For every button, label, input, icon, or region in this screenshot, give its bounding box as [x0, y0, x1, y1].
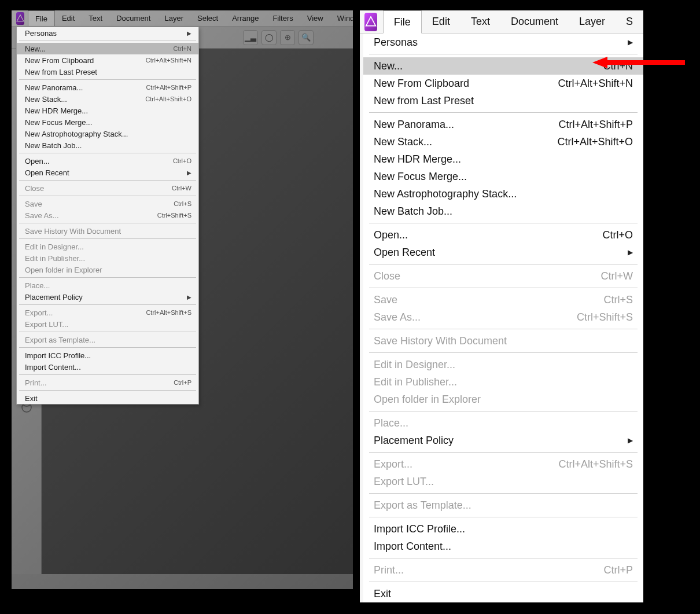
menubar-item-edit[interactable]: Edit	[55, 10, 82, 26]
menu-item-label: Place...	[374, 417, 408, 429]
menubar-item-file[interactable]: File	[383, 10, 422, 34]
menu-item-label: New HDR Merge...	[25, 106, 88, 115]
menu-item-print: Print...Ctrl+P	[17, 377, 198, 388]
menu-item-export-as-template: Export as Template...	[363, 497, 643, 514]
menu-separator	[369, 517, 638, 517]
menu-item-new-hdr-merge[interactable]: New HDR Merge...	[363, 150, 643, 168]
menu-item-exit[interactable]: Exit	[17, 392, 198, 404]
menu-item-shortcut: Ctrl+S	[174, 200, 191, 207]
menubar-item-file[interactable]: File	[28, 10, 55, 26]
menubar-item-document[interactable]: Document	[109, 10, 157, 26]
menu-item-label: Personas	[374, 36, 418, 49]
menu-item-label: Export LUT...	[374, 476, 434, 488]
menubar-item-edit[interactable]: Edit	[422, 10, 460, 33]
menu-item-edit-in-publisher: Edit in Publisher...	[363, 373, 643, 391]
menu-item-open[interactable]: Open...Ctrl+O	[363, 226, 643, 244]
menubar-item-filters[interactable]: Filters	[266, 10, 300, 26]
menubar-item-view[interactable]: View	[300, 10, 330, 26]
menu-item-shortcut: Ctrl+Alt+Shift+O	[145, 95, 191, 102]
menu-separator	[369, 582, 638, 582]
menu-item-new-batch-job[interactable]: New Batch Job...	[17, 139, 198, 151]
menubar-item-select[interactable]: Select	[190, 10, 225, 26]
menu-item-close: CloseCtrl+W	[363, 267, 643, 285]
menu-item-label: Exit	[25, 394, 38, 403]
menu-item-new[interactable]: New...Ctrl+N	[17, 43, 198, 54]
menu-item-import-icc-profile[interactable]: Import ICC Profile...	[363, 520, 643, 538]
menu-item-label: Export as Template...	[374, 499, 471, 512]
menu-separator	[19, 277, 196, 278]
menu-item-label: Close	[374, 270, 400, 282]
toolbar-histogram-icon[interactable]: ▁▃	[243, 30, 258, 45]
menu-item-place: Place...	[363, 414, 643, 432]
menubar-item-layer[interactable]: Layer	[157, 10, 190, 26]
menubar-zoom[interactable]: File Edit Text Document Layer S	[360, 10, 643, 34]
menu-item-import-content[interactable]: Import Content...	[17, 361, 198, 373]
file-menu-dropdown[interactable]: Personas▶New...Ctrl+NNew From ClipboardC…	[16, 27, 199, 405]
submenu-chevron-icon: ▶	[628, 38, 633, 46]
menubar-item-text[interactable]: Text	[82, 10, 109, 26]
menu-separator	[369, 493, 638, 494]
menu-item-placement-policy[interactable]: Placement Policy▶	[363, 432, 643, 449]
menu-item-edit-in-publisher: Edit in Publisher...	[17, 252, 198, 264]
toolbar-globe-icon[interactable]: ⊕	[280, 30, 295, 45]
menu-item-new-focus-merge[interactable]: New Focus Merge...	[17, 116, 198, 128]
menu-item-label: Personas	[25, 29, 57, 38]
menu-item-label: Print...	[374, 564, 404, 576]
file-menu-dropdown-zoom[interactable]: Personas▶New...Ctrl+NNew From ClipboardC…	[363, 34, 643, 602]
toolbar-search-icon[interactable]: 🔍	[299, 30, 314, 45]
menu-item-save: SaveCtrl+S	[17, 198, 198, 209]
submenu-chevron-icon: ▶	[187, 294, 191, 300]
menu-item-new-batch-job[interactable]: New Batch Job...	[363, 203, 643, 220]
menu-item-personas[interactable]: Personas▶	[17, 27, 198, 39]
menu-item-new-from-last-preset[interactable]: New from Last Preset	[17, 66, 198, 78]
menu-item-new-astrophotography-stack[interactable]: New Astrophotography Stack...	[17, 128, 198, 139]
menu-item-label: New From Clipboard	[374, 78, 469, 90]
menu-item-label: Export LUT...	[25, 320, 68, 329]
menu-item-import-icc-profile[interactable]: Import ICC Profile...	[17, 350, 198, 361]
menu-item-label: Print...	[25, 378, 47, 387]
menu-item-shortcut: Ctrl+N	[603, 60, 633, 72]
menu-item-new-stack[interactable]: New Stack...Ctrl+Alt+Shift+O	[17, 93, 198, 105]
menu-item-shortcut: Ctrl+Shift+S	[157, 212, 191, 219]
menu-item-new-astrophotography-stack[interactable]: New Astrophotography Stack...	[363, 185, 643, 203]
menu-item-save-as: Save As...Ctrl+Shift+S	[363, 308, 643, 326]
menubar[interactable]: File Edit Text Document Layer Select Arr…	[12, 10, 353, 27]
menu-item-edit-in-designer: Edit in Designer...	[17, 241, 198, 252]
menu-item-placement-policy[interactable]: Placement Policy▶	[17, 291, 198, 303]
menu-item-new-panorama[interactable]: New Panorama...Ctrl+Alt+Shift+P	[17, 82, 198, 93]
menu-item-import-content[interactable]: Import Content...	[363, 538, 643, 555]
menu-item-new-panorama[interactable]: New Panorama...Ctrl+Alt+Shift+P	[363, 116, 643, 133]
menu-item-personas[interactable]: Personas▶	[363, 34, 643, 51]
menu-item-shortcut: Ctrl+O	[602, 229, 633, 241]
menubar-item-window[interactable]: Window	[330, 10, 353, 26]
menubar-item-document[interactable]: Document	[500, 10, 569, 33]
menu-separator	[19, 332, 196, 332]
menubar-item-select-cut[interactable]: S	[616, 10, 643, 33]
menubar-item-text[interactable]: Text	[460, 10, 500, 33]
toolbar-circle-icon[interactable]: ◯	[261, 30, 277, 45]
menu-item-new[interactable]: New...Ctrl+N	[363, 57, 643, 75]
menu-separator	[369, 452, 638, 453]
menu-item-label: Export...	[25, 308, 53, 317]
menu-separator	[19, 390, 196, 391]
menu-item-export: Export...Ctrl+Alt+Shift+S	[17, 307, 198, 318]
menu-item-new-from-last-preset[interactable]: New from Last Preset	[363, 92, 643, 109]
menu-item-exit[interactable]: Exit	[363, 585, 643, 602]
menu-item-open-recent[interactable]: Open Recent▶	[17, 167, 198, 178]
menu-item-label: Open folder in Explorer	[374, 394, 481, 406]
menu-item-new-stack[interactable]: New Stack...Ctrl+Alt+Shift+O	[363, 133, 643, 150]
menu-item-export-as-template: Export as Template...	[17, 334, 198, 345]
menu-item-label: Save As...	[374, 311, 421, 323]
menu-separator	[19, 153, 196, 153]
menu-item-new-hdr-merge[interactable]: New HDR Merge...	[17, 105, 198, 116]
menu-item-new-from-clipboard[interactable]: New From ClipboardCtrl+Alt+Shift+N	[17, 54, 198, 66]
menu-item-open-recent[interactable]: Open Recent▶	[363, 244, 643, 261]
menu-item-new-from-clipboard[interactable]: New From ClipboardCtrl+Alt+Shift+N	[363, 75, 643, 92]
menu-item-new-focus-merge[interactable]: New Focus Merge...	[363, 168, 643, 185]
app-window-zoom: File Edit Text Document Layer S Personas…	[360, 10, 643, 602]
menu-item-label: New From Clipboard	[25, 56, 94, 65]
menu-item-open[interactable]: Open...Ctrl+O	[17, 155, 198, 167]
menu-item-label: Open folder in Explorer	[25, 266, 102, 274]
menubar-item-layer[interactable]: Layer	[569, 10, 616, 33]
menubar-item-arrange[interactable]: Arrange	[225, 10, 266, 26]
